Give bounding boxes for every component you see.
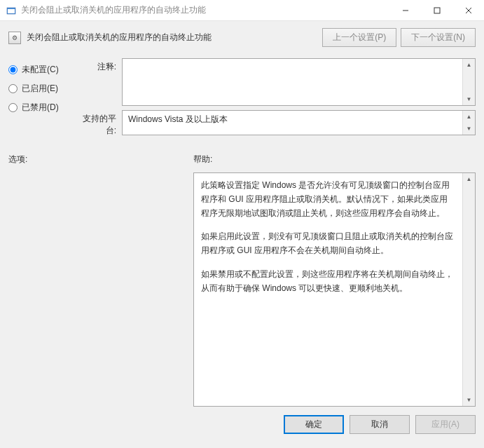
header-row: ⚙ 关闭会阻止或取消关机的应用程序的自动终止功能 上一个设置(P) 下一个设置(… (8, 28, 476, 47)
scroll-down-icon[interactable]: ▼ (463, 123, 475, 135)
window-title: 关闭会阻止或取消关机的应用程序的自动终止功能 (21, 4, 389, 16)
cancel-button[interactable]: 取消 (350, 415, 410, 434)
policy-icon: ⚙ (8, 32, 21, 44)
scroll-down-icon[interactable]: ▼ (463, 394, 475, 406)
options-label: 选项: (8, 154, 184, 165)
scroll-up-icon[interactable]: ▲ (463, 173, 475, 185)
help-paragraph: 如果启用此设置，则没有可见顶级窗口且阻止或取消关机的控制台应用程序或 GUI 应… (201, 230, 455, 258)
radio-disabled-label: 已禁用(D) (22, 102, 59, 114)
maximize-button[interactable] (421, 0, 452, 20)
comment-label: 注释: (73, 58, 122, 106)
svg-rect-3 (434, 8, 440, 13)
radio-enabled-label: 已启用(E) (22, 83, 58, 95)
window-icon (6, 5, 17, 16)
scroll-down-icon[interactable]: ▼ (463, 93, 475, 105)
radio-not-configured-label: 未配置(C) (22, 64, 59, 76)
minimize-button[interactable] (389, 0, 421, 20)
window-controls (389, 0, 484, 20)
platform-value: Windows Vista 及以上版本 (128, 114, 228, 124)
scroll-up-icon[interactable]: ▲ (463, 59, 475, 71)
help-label: 帮助: (193, 154, 476, 165)
apply-button[interactable]: 应用(A) (415, 415, 476, 434)
scroll-up-icon[interactable]: ▲ (463, 111, 475, 123)
platform-box: Windows Vista 及以上版本 ▲ ▼ (122, 110, 476, 135)
ok-button[interactable]: 确定 (284, 415, 344, 434)
help-paragraph: 此策略设置指定 Windows 是否允许没有可见顶级窗口的控制台应用程序和 GU… (201, 179, 455, 220)
policy-title: 关闭会阻止或取消关机的应用程序的自动终止功能 (27, 32, 318, 43)
comment-textarea[interactable]: ▲ ▼ (122, 58, 476, 106)
radio-group: 未配置(C) 已启用(E) 已禁用(D) (8, 58, 67, 141)
next-setting-button[interactable]: 下一个设置(N) (401, 28, 476, 47)
svg-rect-1 (8, 9, 15, 13)
close-button[interactable] (452, 0, 484, 20)
radio-disabled[interactable]: 已禁用(D) (8, 102, 67, 114)
titlebar: 关闭会阻止或取消关机的应用程序的自动终止功能 (0, 0, 484, 21)
help-textbox: 此策略设置指定 Windows 是否允许没有可见顶级窗口的控制台应用程序和 GU… (193, 172, 476, 407)
button-bar: 确定 取消 应用(A) (0, 407, 484, 442)
radio-enabled[interactable]: 已启用(E) (8, 83, 67, 95)
radio-not-configured[interactable]: 未配置(C) (8, 64, 67, 76)
prev-setting-button[interactable]: 上一个设置(P) (322, 28, 396, 47)
help-paragraph: 如果禁用或不配置此设置，则这些应用程序将在关机期间自动终止，从而有助于确保 Wi… (201, 268, 455, 296)
platform-label: 支持的平台: (73, 110, 122, 137)
